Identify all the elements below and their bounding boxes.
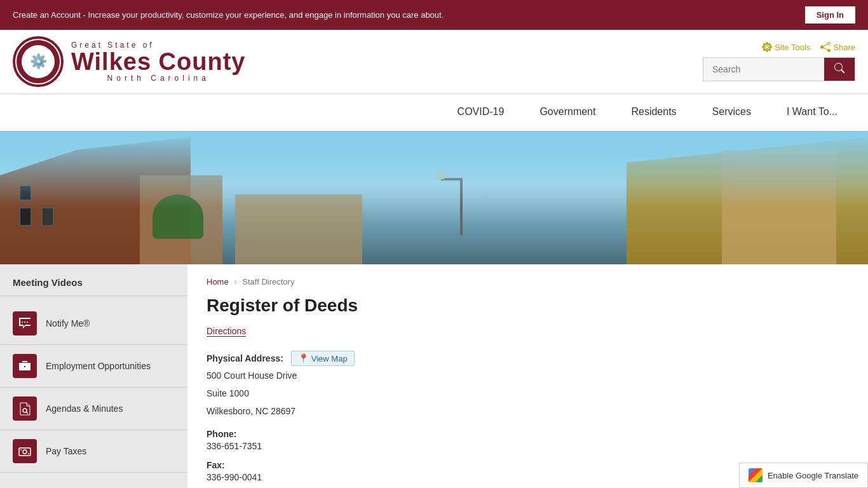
header-right: Site Tools Share — [703, 42, 855, 81]
page-title: Register of Deeds — [207, 295, 849, 316]
logo-inner-white: ⚙️ — [22, 45, 55, 78]
view-map-button[interactable]: 📍 View Map — [291, 351, 355, 366]
address-line-1: 500 Court House Drive — [207, 369, 849, 384]
employment-icon — [13, 354, 37, 378]
google-translate-bar[interactable]: Enable Google Translate — [739, 463, 868, 488]
search-box — [703, 57, 855, 81]
address-line-2: Suite 1000 — [207, 386, 849, 402]
logo-seal-icon: ⚙️ — [30, 53, 47, 70]
nav-item-iwantto[interactable]: I Want To... — [769, 95, 855, 131]
share-link[interactable]: Share — [820, 42, 855, 52]
google-translate-logo-icon — [749, 468, 763, 482]
svg-line-6 — [26, 412, 28, 414]
logo-inner: ⚙️ — [17, 40, 60, 83]
logo-area: ⚙️ Great State of Wilkes County North Ca… — [13, 36, 245, 87]
sign-in-button[interactable]: Sign In — [805, 6, 855, 24]
employment-label: Employment Opportunities — [46, 361, 151, 371]
sidebar: Meeting Videos Notify Me® Employ — [0, 264, 187, 488]
taxes-label: Pay Taxes — [46, 446, 86, 456]
nav-item-covid[interactable]: COVID-19 — [440, 95, 522, 131]
site-tools-link[interactable]: Site Tools — [762, 42, 810, 52]
svg-point-8 — [23, 450, 27, 454]
map-pin-icon: 📍 — [298, 353, 309, 363]
banner-text: Create an Account - Increase your produc… — [13, 10, 444, 20]
logo-text-main: Wilkes County — [71, 50, 245, 74]
phone-label: Phone: — [207, 429, 849, 439]
nav-item-government[interactable]: Government — [522, 95, 613, 131]
svg-point-1 — [24, 322, 25, 323]
address-section: Physical Address: 📍 View Map 500 Court H… — [207, 351, 849, 419]
chat-icon — [18, 316, 32, 330]
svg-point-0 — [22, 322, 23, 323]
header-tools: Site Tools Share — [762, 42, 855, 52]
briefcase-icon — [18, 359, 32, 373]
google-translate-label: Enable Google Translate — [768, 471, 858, 480]
view-map-label: View Map — [311, 354, 348, 363]
sidebar-item-notify[interactable]: Notify Me® — [0, 302, 187, 345]
nav-bar: COVID-19 Government Residents Services I… — [0, 94, 868, 131]
sidebar-title: Meeting Videos — [0, 277, 187, 296]
phone-value: 336-651-7351 — [207, 441, 849, 451]
svg-rect-3 — [21, 365, 24, 366]
directions-link[interactable]: Directions — [207, 326, 246, 337]
sidebar-item-agendas[interactable]: Agendas & Minutes — [0, 388, 187, 430]
page-content: Home › Staff Directory Register of Deeds… — [187, 264, 868, 488]
svg-rect-4 — [26, 365, 29, 366]
money-icon — [18, 444, 32, 458]
hero-sky — [0, 131, 868, 207]
header: ⚙️ Great State of Wilkes County North Ca… — [0, 30, 868, 94]
breadcrumb-separator: › — [234, 277, 236, 287]
main-content: Meeting Videos Notify Me® Employ — [0, 264, 868, 488]
agendas-icon — [13, 396, 37, 421]
svg-rect-7 — [19, 448, 31, 456]
agendas-label: Agendas & Minutes — [46, 403, 123, 414]
breadcrumb-current: Staff Directory — [242, 277, 294, 287]
gear-icon — [762, 42, 772, 52]
taxes-icon — [13, 439, 37, 463]
svg-point-2 — [27, 322, 28, 323]
logo-text-area: Great State of Wilkes County North Carol… — [71, 41, 245, 83]
hero-window-2 — [41, 207, 54, 226]
sidebar-item-taxes[interactable]: Pay Taxes — [0, 430, 187, 473]
share-icon — [820, 42, 831, 52]
hero-image — [0, 131, 868, 264]
search-icon — [834, 63, 844, 73]
phone-section: Phone: 336-651-7351 — [207, 429, 849, 451]
search-button[interactable] — [824, 58, 855, 81]
logo-circle: ⚙️ — [13, 36, 64, 87]
top-banner: Create an Account - Increase your produc… — [0, 0, 868, 30]
physical-address-label: Physical Address: — [207, 353, 283, 363]
hero-window-1 — [19, 207, 32, 226]
search-input[interactable] — [703, 58, 824, 81]
breadcrumb: Home › Staff Directory — [207, 277, 849, 287]
nav-item-residents[interactable]: Residents — [613, 95, 694, 131]
nav-item-services[interactable]: Services — [695, 95, 769, 131]
notify-label: Notify Me® — [46, 318, 90, 329]
breadcrumb-home[interactable]: Home — [207, 277, 229, 287]
share-label: Share — [833, 43, 855, 52]
address-line-3: Wilkesboro, NC 28697 — [207, 404, 849, 419]
site-tools-label: Site Tools — [775, 43, 810, 52]
logo-text-sub: North Carolina — [71, 74, 245, 83]
document-icon — [18, 402, 32, 416]
notify-icon — [13, 311, 37, 336]
sidebar-item-employment[interactable]: Employment Opportunities — [0, 345, 187, 388]
